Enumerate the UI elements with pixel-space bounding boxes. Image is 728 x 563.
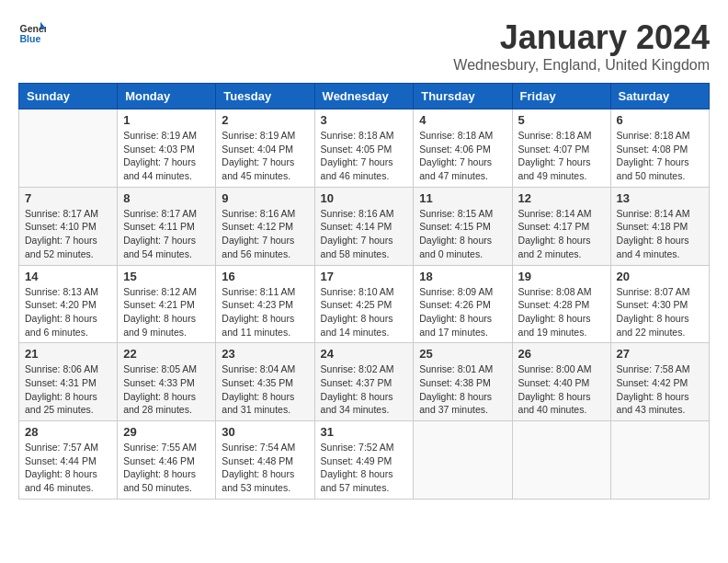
col-friday: Friday bbox=[512, 84, 610, 109]
day-number: 2 bbox=[222, 113, 308, 127]
col-sunday: Sunday bbox=[19, 84, 118, 109]
title-area: January 2024 Wednesbury, England, United… bbox=[453, 18, 710, 74]
day-number: 27 bbox=[617, 347, 703, 361]
day-info: Sunrise: 8:01 AM Sunset: 4:38 PM Dayligh… bbox=[419, 362, 506, 417]
day-info: Sunrise: 8:11 AM Sunset: 4:23 PM Dayligh… bbox=[222, 285, 308, 339]
day-number: 18 bbox=[419, 270, 506, 283]
col-tuesday: Tuesday bbox=[216, 84, 314, 109]
day-number: 8 bbox=[123, 191, 210, 205]
table-row bbox=[512, 421, 610, 500]
table-row: 17Sunrise: 8:10 AM Sunset: 4:25 PM Dayli… bbox=[314, 265, 414, 343]
table-row: 10Sunrise: 8:16 AM Sunset: 4:14 PM Dayli… bbox=[314, 187, 414, 265]
day-info: Sunrise: 8:14 AM Sunset: 4:18 PM Dayligh… bbox=[617, 207, 703, 261]
day-number: 30 bbox=[222, 425, 308, 439]
day-info: Sunrise: 8:00 AM Sunset: 4:40 PM Dayligh… bbox=[518, 362, 605, 417]
day-info: Sunrise: 8:12 AM Sunset: 4:21 PM Dayligh… bbox=[123, 285, 210, 339]
table-row: 29Sunrise: 7:55 AM Sunset: 4:46 PM Dayli… bbox=[118, 421, 216, 500]
day-info: Sunrise: 8:18 AM Sunset: 4:07 PM Dayligh… bbox=[518, 129, 605, 183]
day-number: 7 bbox=[25, 191, 111, 205]
svg-text:Blue: Blue bbox=[20, 33, 41, 44]
day-number: 21 bbox=[25, 347, 111, 361]
day-number: 4 bbox=[419, 113, 506, 127]
day-info: Sunrise: 8:10 AM Sunset: 4:25 PM Dayligh… bbox=[321, 285, 408, 339]
table-row: 26Sunrise: 8:00 AM Sunset: 4:40 PM Dayli… bbox=[512, 343, 610, 421]
day-number: 10 bbox=[321, 191, 408, 205]
day-info: Sunrise: 8:06 AM Sunset: 4:31 PM Dayligh… bbox=[25, 362, 111, 417]
calendar-week-row: 7Sunrise: 8:17 AM Sunset: 4:10 PM Daylig… bbox=[19, 187, 710, 265]
calendar-title: January 2024 bbox=[453, 18, 710, 57]
day-number: 19 bbox=[518, 270, 605, 283]
table-row bbox=[610, 421, 709, 500]
day-number: 13 bbox=[617, 191, 703, 205]
day-number: 3 bbox=[321, 113, 408, 127]
table-row: 6Sunrise: 8:18 AM Sunset: 4:08 PM Daylig… bbox=[610, 109, 709, 188]
day-number: 5 bbox=[518, 113, 605, 127]
day-number: 9 bbox=[222, 191, 308, 205]
table-row: 28Sunrise: 7:57 AM Sunset: 4:44 PM Dayli… bbox=[19, 421, 118, 500]
day-info: Sunrise: 8:09 AM Sunset: 4:26 PM Dayligh… bbox=[419, 285, 506, 339]
day-number: 24 bbox=[321, 347, 408, 361]
calendar-subtitle: Wednesbury, England, United Kingdom bbox=[453, 57, 710, 74]
col-monday: Monday bbox=[118, 84, 216, 109]
day-info: Sunrise: 8:15 AM Sunset: 4:15 PM Dayligh… bbox=[419, 207, 506, 261]
table-row: 4Sunrise: 8:18 AM Sunset: 4:06 PM Daylig… bbox=[414, 109, 512, 188]
table-row: 24Sunrise: 8:02 AM Sunset: 4:37 PM Dayli… bbox=[314, 343, 414, 421]
day-info: Sunrise: 8:02 AM Sunset: 4:37 PM Dayligh… bbox=[321, 362, 408, 417]
table-row: 13Sunrise: 8:14 AM Sunset: 4:18 PM Dayli… bbox=[610, 187, 709, 265]
table-row: 27Sunrise: 7:58 AM Sunset: 4:42 PM Dayli… bbox=[610, 343, 709, 421]
table-row: 7Sunrise: 8:17 AM Sunset: 4:10 PM Daylig… bbox=[19, 187, 118, 265]
table-row: 9Sunrise: 8:16 AM Sunset: 4:12 PM Daylig… bbox=[216, 187, 314, 265]
day-info: Sunrise: 8:14 AM Sunset: 4:17 PM Dayligh… bbox=[518, 207, 605, 261]
col-saturday: Saturday bbox=[610, 84, 709, 109]
day-number: 12 bbox=[518, 191, 605, 205]
day-number: 16 bbox=[222, 270, 308, 283]
table-row: 31Sunrise: 7:52 AM Sunset: 4:49 PM Dayli… bbox=[314, 421, 414, 500]
day-info: Sunrise: 8:16 AM Sunset: 4:14 PM Dayligh… bbox=[321, 207, 408, 261]
table-row: 16Sunrise: 8:11 AM Sunset: 4:23 PM Dayli… bbox=[216, 265, 314, 343]
table-row: 20Sunrise: 8:07 AM Sunset: 4:30 PM Dayli… bbox=[610, 265, 709, 343]
day-info: Sunrise: 8:08 AM Sunset: 4:28 PM Dayligh… bbox=[518, 285, 605, 339]
day-number: 31 bbox=[321, 425, 408, 439]
day-number: 23 bbox=[222, 347, 308, 361]
table-row: 11Sunrise: 8:15 AM Sunset: 4:15 PM Dayli… bbox=[414, 187, 512, 265]
day-info: Sunrise: 8:17 AM Sunset: 4:11 PM Dayligh… bbox=[123, 207, 210, 261]
day-info: Sunrise: 8:18 AM Sunset: 4:06 PM Dayligh… bbox=[419, 129, 506, 183]
table-row: 30Sunrise: 7:54 AM Sunset: 4:48 PM Dayli… bbox=[216, 421, 314, 500]
day-number: 26 bbox=[518, 347, 605, 361]
day-number: 20 bbox=[617, 270, 703, 283]
day-number: 17 bbox=[321, 270, 408, 283]
logo-icon: General Blue bbox=[18, 18, 46, 46]
table-row bbox=[414, 421, 512, 500]
header: General Blue January 2024 Wednesbury, En… bbox=[18, 18, 710, 74]
table-row: 1Sunrise: 8:19 AM Sunset: 4:03 PM Daylig… bbox=[118, 109, 216, 188]
day-info: Sunrise: 7:57 AM Sunset: 4:44 PM Dayligh… bbox=[25, 441, 111, 495]
table-row: 2Sunrise: 8:19 AM Sunset: 4:04 PM Daylig… bbox=[216, 109, 314, 188]
table-row: 3Sunrise: 8:18 AM Sunset: 4:05 PM Daylig… bbox=[314, 109, 414, 188]
table-row: 8Sunrise: 8:17 AM Sunset: 4:11 PM Daylig… bbox=[118, 187, 216, 265]
day-number: 22 bbox=[123, 347, 210, 361]
table-row: 21Sunrise: 8:06 AM Sunset: 4:31 PM Dayli… bbox=[19, 343, 118, 421]
day-info: Sunrise: 7:58 AM Sunset: 4:42 PM Dayligh… bbox=[617, 362, 703, 417]
day-info: Sunrise: 8:07 AM Sunset: 4:30 PM Dayligh… bbox=[617, 285, 703, 339]
table-row: 18Sunrise: 8:09 AM Sunset: 4:26 PM Dayli… bbox=[414, 265, 512, 343]
day-info: Sunrise: 8:16 AM Sunset: 4:12 PM Dayligh… bbox=[222, 207, 308, 261]
day-info: Sunrise: 8:17 AM Sunset: 4:10 PM Dayligh… bbox=[25, 207, 111, 261]
calendar-week-row: 21Sunrise: 8:06 AM Sunset: 4:31 PM Dayli… bbox=[19, 343, 710, 421]
day-number: 11 bbox=[419, 191, 506, 205]
day-info: Sunrise: 7:54 AM Sunset: 4:48 PM Dayligh… bbox=[222, 441, 308, 495]
table-row: 14Sunrise: 8:13 AM Sunset: 4:20 PM Dayli… bbox=[19, 265, 118, 343]
day-info: Sunrise: 8:19 AM Sunset: 4:03 PM Dayligh… bbox=[123, 129, 210, 183]
calendar-table: Sunday Monday Tuesday Wednesday Thursday… bbox=[18, 83, 710, 500]
day-number: 28 bbox=[25, 425, 111, 439]
table-row: 12Sunrise: 8:14 AM Sunset: 4:17 PM Dayli… bbox=[512, 187, 610, 265]
column-headers: Sunday Monday Tuesday Wednesday Thursday… bbox=[19, 84, 710, 109]
day-number: 29 bbox=[123, 425, 210, 439]
table-row: 5Sunrise: 8:18 AM Sunset: 4:07 PM Daylig… bbox=[512, 109, 610, 188]
calendar-week-row: 1Sunrise: 8:19 AM Sunset: 4:03 PM Daylig… bbox=[19, 109, 710, 188]
table-row: 19Sunrise: 8:08 AM Sunset: 4:28 PM Dayli… bbox=[512, 265, 610, 343]
table-row bbox=[19, 109, 118, 188]
table-row: 23Sunrise: 8:04 AM Sunset: 4:35 PM Dayli… bbox=[216, 343, 314, 421]
logo: General Blue bbox=[18, 18, 46, 46]
day-number: 25 bbox=[419, 347, 506, 361]
day-info: Sunrise: 8:05 AM Sunset: 4:33 PM Dayligh… bbox=[123, 362, 210, 417]
